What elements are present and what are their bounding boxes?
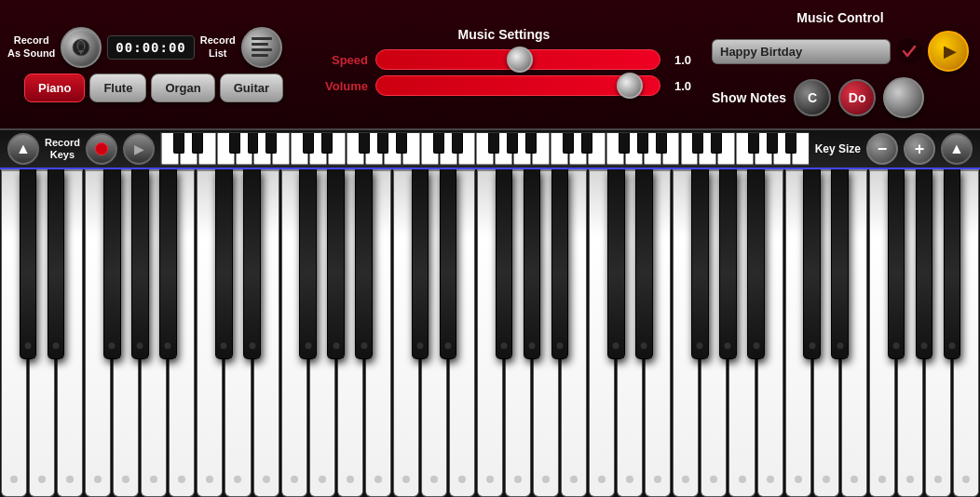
- checkmark-button[interactable]: [896, 38, 922, 64]
- top-buttons: Record As Sound 00:00:00 Record: [7, 27, 300, 68]
- black-key[interactable]: [916, 169, 933, 359]
- play-small-icon: ▶: [134, 141, 144, 156]
- speed-slider[interactable]: [375, 49, 660, 70]
- record-list-line1: Record: [200, 34, 236, 47]
- black-key[interactable]: [159, 169, 177, 359]
- record-button[interactable]: [86, 133, 117, 165]
- black-key[interactable]: [355, 169, 373, 359]
- up-arrow-button[interactable]: ▲: [7, 133, 39, 165]
- left-controls: Record As Sound 00:00:00 Record: [0, 21, 307, 108]
- volume-value: 1.0: [668, 79, 691, 93]
- up-arrow-icon: ▲: [16, 141, 31, 157]
- record-list-line2: List: [209, 47, 227, 60]
- svg-rect-2: [78, 50, 84, 52]
- black-key[interactable]: [243, 169, 261, 359]
- record-keys-label: Record Keys: [45, 137, 80, 161]
- music-control: Music Control Happy Birtday ▶ Show Notes…: [701, 3, 980, 126]
- record-as-sound-line1: Record: [14, 34, 49, 47]
- svg-rect-3: [80, 52, 82, 54]
- volume-slider[interactable]: [375, 75, 660, 96]
- record-dot-icon: [95, 142, 108, 155]
- plus-icon: +: [915, 140, 925, 159]
- play-icon: ▶: [944, 41, 957, 61]
- black-key[interactable]: [440, 169, 457, 359]
- speed-row: Speed 1.0: [317, 49, 691, 70]
- music-settings-title: Music Settings: [458, 27, 551, 42]
- volume-thumb[interactable]: [617, 73, 643, 99]
- speed-value: 1.0: [668, 53, 691, 67]
- black-key[interactable]: [635, 169, 653, 359]
- song-dropdown[interactable]: Happy Birtday: [712, 39, 891, 64]
- speed-thumb[interactable]: [507, 47, 533, 73]
- up-arrow-button-right[interactable]: ▲: [941, 133, 973, 165]
- volume-label: Volume: [317, 79, 368, 93]
- black-key[interactable]: [327, 169, 345, 359]
- black-key[interactable]: [831, 169, 849, 359]
- black-key[interactable]: [48, 169, 65, 359]
- black-key[interactable]: [551, 169, 569, 359]
- key-size-increase-button[interactable]: +: [904, 133, 935, 165]
- organ-button[interactable]: Organ: [151, 74, 214, 102]
- svg-point-1: [77, 40, 85, 50]
- flute-button[interactable]: Flute: [89, 74, 146, 102]
- black-key[interactable]: [803, 169, 821, 359]
- black-key[interactable]: [299, 169, 317, 359]
- key-size-label: Key Size: [815, 142, 861, 155]
- black-key[interactable]: [131, 169, 149, 359]
- piano-keyboard-container: [0, 169, 980, 497]
- record-keys-bar: ▲ Record Keys ▶ Key Size − + ▲: [0, 130, 980, 169]
- volume-row: Volume 1.0: [317, 75, 691, 96]
- black-key[interactable]: [412, 169, 429, 359]
- black-key[interactable]: [103, 169, 121, 359]
- speed-label: Speed: [317, 53, 368, 67]
- black-key[interactable]: [215, 169, 233, 359]
- black-key[interactable]: [691, 169, 709, 359]
- show-notes-row: Show Notes C Do: [712, 77, 969, 118]
- note-knob[interactable]: [883, 77, 924, 118]
- record-list-group: Record List: [200, 34, 236, 59]
- instrument-selector: Piano Flute Organ Guitar: [24, 74, 283, 102]
- piano-button[interactable]: Piano: [24, 74, 85, 102]
- music-control-title: Music Control: [712, 10, 969, 25]
- show-notes-label: Show Notes: [712, 90, 786, 105]
- song-selector-row: Happy Birtday ▶: [712, 31, 969, 72]
- guitar-button[interactable]: Guitar: [220, 74, 283, 102]
- music-settings: Music Settings Speed 1.0 Volume 1.0: [307, 20, 701, 109]
- mic-knob[interactable]: [61, 27, 102, 68]
- record-as-sound-group: Record As Sound: [7, 34, 55, 59]
- list-lines-icon: [252, 37, 272, 57]
- black-key[interactable]: [496, 169, 513, 359]
- black-key[interactable]: [888, 169, 905, 359]
- play-keys-button[interactable]: ▶: [123, 133, 155, 165]
- black-key[interactable]: [524, 169, 541, 359]
- mini-keyboard: [160, 132, 810, 166]
- up-arrow-icon-right: ▲: [949, 141, 964, 157]
- record-as-sound-line2: As Sound: [7, 47, 55, 60]
- minus-icon: −: [878, 140, 888, 159]
- black-key[interactable]: [944, 169, 961, 359]
- timer-display: 00:00:00: [107, 35, 194, 60]
- note-do-button[interactable]: Do: [838, 79, 876, 116]
- black-key[interactable]: [607, 169, 625, 359]
- key-size-decrease-button[interactable]: −: [866, 133, 898, 165]
- play-music-button[interactable]: ▶: [928, 31, 969, 72]
- top-bar: Record As Sound 00:00:00 Record: [0, 0, 980, 130]
- black-key[interactable]: [747, 169, 765, 359]
- black-key[interactable]: [20, 169, 37, 359]
- record-list-button[interactable]: [241, 27, 282, 68]
- note-c-button[interactable]: C: [794, 79, 831, 116]
- black-key[interactable]: [719, 169, 737, 359]
